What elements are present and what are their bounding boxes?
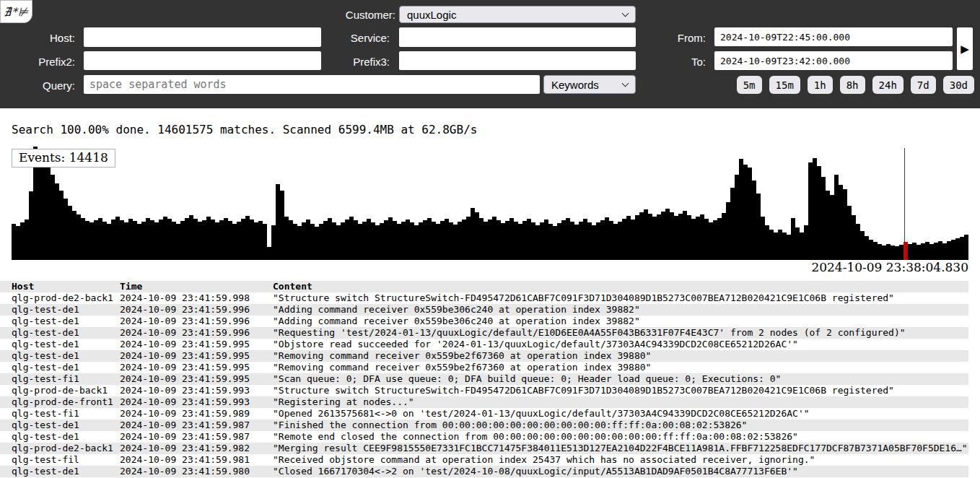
run-search-button[interactable]: ▶ bbox=[957, 27, 973, 70]
time-cell: 2024-10-09 23:41:59.981 bbox=[120, 454, 273, 466]
content-cell: "Scan queue: 0; DFA use queue: 0; DFA bu… bbox=[273, 373, 968, 385]
table-row[interactable]: qlg-test-de12024-10-09 23:41:59.996"Addi… bbox=[0, 316, 968, 327]
range-button-15m[interactable]: 15m bbox=[769, 76, 800, 94]
content-cell: "Merging result CEE9F9815550E7331FC1BCC7… bbox=[273, 443, 968, 454]
table-row[interactable]: qlg-prod-de-back12024-10-09 23:41:59.993… bbox=[0, 385, 968, 396]
query-input[interactable] bbox=[84, 75, 540, 94]
range-button-8h[interactable]: 8h bbox=[840, 76, 865, 94]
table-row[interactable]: qlg-test-de12024-10-09 23:41:59.995"Remo… bbox=[0, 362, 968, 373]
customer-select-value: quuxLogic bbox=[407, 9, 456, 21]
time-cell: 2024-10-09 23:41:59.987 bbox=[120, 420, 273, 431]
log-table: HostTimeContent qlg-prod-de2-back12024-1… bbox=[0, 281, 968, 477]
to-datetime-input[interactable] bbox=[714, 51, 953, 70]
column-header-time: Time bbox=[120, 281, 273, 292]
host-label: Host: bbox=[3, 32, 75, 44]
table-row[interactable]: qlg-test-fi12024-10-09 23:41:59.989"Open… bbox=[0, 408, 968, 420]
content-cell: "Objstore read succeeded for '2024-01-13… bbox=[273, 339, 968, 350]
table-row[interactable]: qlg-test-de12024-10-09 23:41:59.987"Remo… bbox=[0, 431, 968, 443]
to-label: To: bbox=[634, 56, 706, 68]
time-cell: 2024-10-09 23:41:59.995 bbox=[120, 339, 273, 350]
chevron-down-icon bbox=[622, 79, 629, 87]
content-cell: "Requesting 'test/2024-01-13/quuxLogic/d… bbox=[273, 327, 968, 339]
range-button-24h[interactable]: 24h bbox=[872, 76, 904, 94]
time-cell: 2024-10-09 23:41:59.995 bbox=[120, 373, 273, 385]
table-row[interactable]: qlg-test-fil2024-10-09 23:41:59.981"Rece… bbox=[0, 454, 968, 466]
table-row[interactable]: qlg-test-de12024-10-09 23:41:59.987"Fini… bbox=[0, 420, 968, 431]
host-cell: qlg-test-fil bbox=[12, 454, 120, 466]
table-row[interactable]: qlg-test-de12024-10-09 23:41:59.995"Objs… bbox=[0, 339, 968, 350]
prefix3-label: Prefix3: bbox=[318, 56, 390, 68]
content-cell: "Finished the connection from 00:00:00:0… bbox=[273, 420, 968, 431]
host-cell: qlg-test-fi1 bbox=[12, 408, 120, 420]
time-range-buttons: 5m15m1h8h24h7d30d bbox=[737, 76, 974, 94]
time-cell: 2024-10-09 23:41:59.987 bbox=[120, 431, 273, 443]
range-button-1h[interactable]: 1h bbox=[808, 76, 833, 94]
from-datetime-input[interactable] bbox=[714, 27, 953, 46]
time-cell: 2024-10-09 23:41:59.996 bbox=[120, 316, 273, 327]
content-cell: "Received objstore command at operation … bbox=[273, 454, 968, 466]
range-button-7d[interactable]: 7d bbox=[911, 76, 936, 94]
cursor-timestamp: 2024-10-09 23:38:04.830 bbox=[811, 260, 968, 274]
time-cell: 2024-10-09 23:41:59.995 bbox=[120, 362, 273, 373]
content-cell: "Removing command receiver 0x559be2f6736… bbox=[273, 350, 968, 362]
service-label: Service: bbox=[318, 32, 390, 44]
time-cell: 2024-10-09 23:41:59.989 bbox=[120, 408, 273, 420]
table-row[interactable]: qlg-prod-de2-back12024-10-09 23:41:59.98… bbox=[0, 443, 968, 454]
prefix2-input[interactable] bbox=[84, 51, 321, 70]
query-toolbar: ∄*⊭ Customer: quuxLogic Host: Service: F… bbox=[0, 0, 980, 108]
range-button-5m[interactable]: 5m bbox=[737, 76, 762, 94]
events-count-badge: Events: 14418 bbox=[12, 149, 115, 168]
host-cell: qlg-test-de1 bbox=[12, 316, 120, 327]
column-header-host: Host bbox=[12, 281, 120, 292]
table-row[interactable]: qlg-test-fi12024-10-09 23:41:59.995"Scan… bbox=[0, 373, 968, 385]
table-row[interactable]: qlg-test-de12024-10-09 23:41:59.995"Remo… bbox=[0, 350, 968, 362]
table-row[interactable]: qlg-test-de12024-10-09 23:41:59.980"Clos… bbox=[0, 466, 968, 477]
table-row[interactable]: qlg-test-de12024-10-09 23:41:59.996"Requ… bbox=[0, 327, 968, 339]
time-cell: 2024-10-09 23:41:59.993 bbox=[120, 396, 273, 408]
content-cell: "Structure switch StructureSwitch-FD4954… bbox=[273, 292, 968, 304]
time-cell: 2024-10-09 23:41:59.995 bbox=[120, 350, 273, 362]
content-cell: "Remote end closed the connection from 0… bbox=[273, 431, 968, 443]
from-label: From: bbox=[634, 32, 706, 44]
histogram-bar bbox=[964, 235, 968, 260]
content-cell: "Closed 1667170304<->2 on 'test/2024-10-… bbox=[273, 466, 968, 477]
table-row[interactable]: qlg-prod-de2-back12024-10-09 23:41:59.99… bbox=[0, 292, 968, 304]
host-cell: qlg-test-de1 bbox=[12, 420, 120, 431]
host-input[interactable] bbox=[84, 27, 321, 47]
column-header-content: Content bbox=[273, 281, 968, 292]
range-button-30d[interactable]: 30d bbox=[943, 76, 974, 94]
host-cell: qlg-test-fi1 bbox=[12, 373, 120, 385]
time-cell: 2024-10-09 23:41:59.996 bbox=[120, 327, 273, 339]
table-row[interactable]: qlg-test-de12024-10-09 23:41:59.996"Addi… bbox=[0, 304, 968, 316]
host-cell: qlg-prod-de2-back1 bbox=[12, 443, 120, 454]
host-cell: qlg-test-de1 bbox=[12, 350, 120, 362]
host-cell: qlg-test-de1 bbox=[12, 431, 120, 443]
time-cell: 2024-10-09 23:41:59.998 bbox=[120, 292, 273, 304]
query-mode-select[interactable]: Keywords bbox=[543, 75, 636, 94]
histogram-cursor-line bbox=[904, 148, 905, 260]
histogram-bars bbox=[12, 148, 968, 260]
search-status-text: Search 100.00% done. 14601575 matches. S… bbox=[12, 123, 477, 136]
query-label: Query: bbox=[3, 79, 75, 92]
host-cell: qlg-test-de1 bbox=[12, 327, 120, 339]
content-cell: "Registering at nodes..." bbox=[273, 396, 968, 408]
content-cell: "Adding command receiver 0x559be306c240 … bbox=[273, 304, 968, 316]
host-cell: qlg-test-de1 bbox=[12, 304, 120, 316]
prefix3-input[interactable] bbox=[399, 51, 636, 70]
table-body: qlg-prod-de2-back12024-10-09 23:41:59.99… bbox=[0, 292, 968, 477]
table-row[interactable]: qlg-prod-de-front12024-10-09 23:41:59.99… bbox=[0, 396, 968, 408]
host-cell: qlg-prod-de-front1 bbox=[12, 396, 120, 408]
events-histogram[interactable]: Events: 14418 bbox=[12, 148, 968, 260]
host-cell: qlg-prod-de2-back1 bbox=[12, 292, 120, 304]
app-logo-button[interactable]: ∄*⊭ bbox=[0, 0, 32, 23]
host-cell: qlg-test-de1 bbox=[12, 466, 120, 477]
customer-select[interactable]: quuxLogic bbox=[399, 6, 636, 23]
chevron-down-icon bbox=[622, 9, 629, 17]
content-cell: "Removing command receiver 0x559be2f6736… bbox=[273, 362, 968, 373]
time-cell: 2024-10-09 23:41:59.996 bbox=[120, 304, 273, 316]
prefix2-label: Prefix2: bbox=[3, 56, 75, 68]
host-cell: qlg-prod-de-back1 bbox=[12, 385, 120, 396]
query-mode-value: Keywords bbox=[551, 79, 599, 91]
host-cell: qlg-test-de1 bbox=[12, 339, 120, 350]
service-input[interactable] bbox=[399, 27, 636, 47]
